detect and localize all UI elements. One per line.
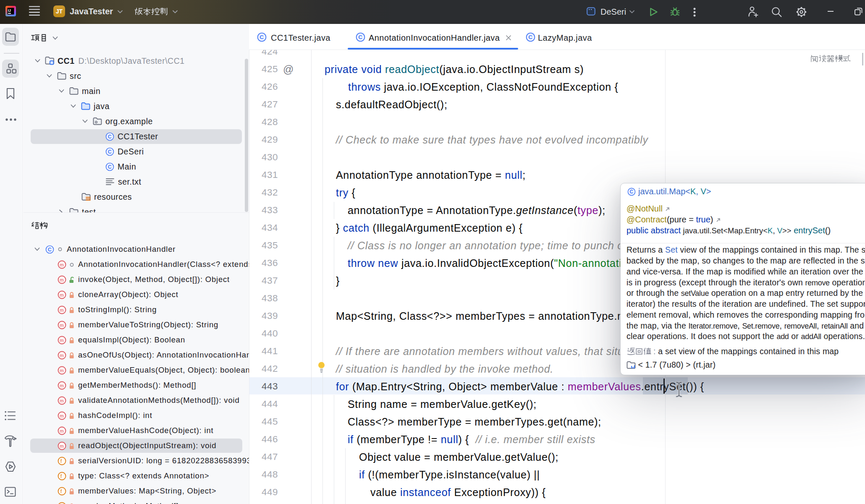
svg-text:IJ: IJ [8, 8, 11, 13]
svg-text:C: C [630, 189, 634, 195]
svg-text:C: C [260, 34, 264, 40]
svg-text:C: C [358, 34, 362, 40]
svg-text:C: C [528, 34, 532, 40]
